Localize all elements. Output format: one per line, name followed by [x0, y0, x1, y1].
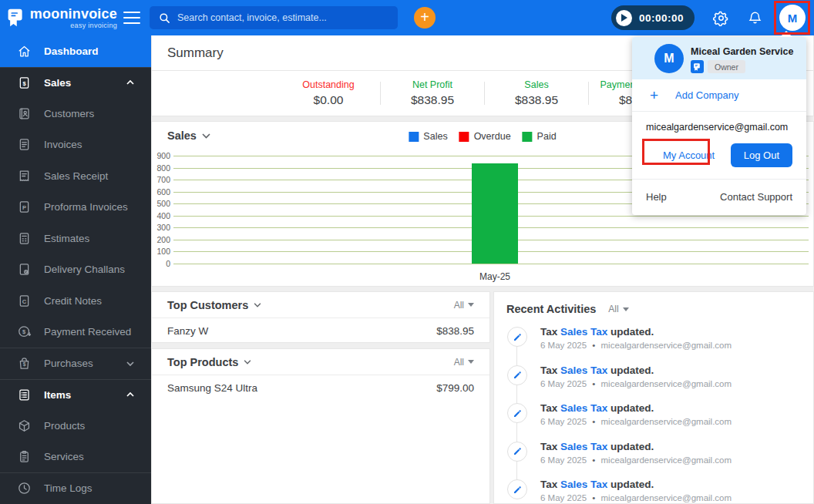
activity-item: Tax Sales Tax updated.6 May 2025 • micea…: [506, 475, 806, 504]
global-search[interactable]: [150, 6, 398, 29]
sidebar-item-credit-notes[interactable]: CCredit Notes: [0, 285, 151, 317]
activity-link[interactable]: Sales Tax: [560, 479, 607, 490]
sidebar-item-delivery-challans[interactable]: Delivery Challans: [0, 254, 151, 286]
top-products-filter-dropdown[interactable]: All: [454, 357, 474, 368]
credit-note-icon: C: [17, 294, 32, 308]
legend-swatch: [459, 132, 469, 142]
home-icon: [17, 44, 32, 59]
sidebar-item-estimates[interactable]: Estimates: [0, 223, 151, 254]
chevron-down-icon[interactable]: [254, 303, 261, 307]
help-link[interactable]: Help: [646, 191, 667, 203]
legend-swatch: [409, 132, 419, 142]
top-product-row[interactable]: Samsung S24 Ultra $799.00: [152, 375, 489, 400]
activity-meta: 6 May 2025 • micealgardenservice@gmail.c…: [540, 493, 806, 502]
sidebar-item-customers[interactable]: Customers: [0, 98, 151, 129]
activities-filter-dropdown[interactable]: All: [608, 304, 628, 314]
y-tick-label: 100: [152, 247, 170, 256]
app-logo[interactable]: mooninvoice easy invoicing: [0, 5, 117, 30]
customer-name: Fanzy W: [167, 325, 208, 337]
settings-gear-icon[interactable]: [713, 10, 729, 26]
purchases-icon: $: [17, 356, 32, 371]
caret-down-icon: [468, 360, 474, 364]
sidebar-item-proforma-invoices[interactable]: PProforma Invoices: [0, 192, 151, 223]
sidebar-item-sales-receipt[interactable]: Sales Receipt: [0, 160, 151, 192]
customers-icon: [17, 106, 32, 121]
sidebar-item-label: Proforma Invoices: [44, 201, 128, 213]
receipt-icon: [17, 169, 32, 183]
activity-link[interactable]: Sales Tax: [560, 326, 607, 338]
services-icon: [17, 449, 32, 464]
top-customers-card: Top Customers All Fanzy W $838.95: [151, 291, 490, 343]
top-customer-row[interactable]: Fanzy W $838.95: [152, 318, 489, 343]
sidebar-item-products[interactable]: Products: [0, 410, 151, 442]
notifications-bell-icon[interactable]: [748, 10, 762, 25]
sidebar-item-label: Items: [44, 389, 71, 401]
customer-amount: $838.95: [436, 325, 474, 337]
chevron-down-icon[interactable]: [244, 360, 251, 365]
sidebar-item-time-logs[interactable]: Time Logs: [0, 472, 151, 504]
stat-label: Sales: [485, 79, 588, 90]
contact-support-link[interactable]: Contact Support: [720, 191, 792, 203]
sidebar-item-label: Time Logs: [44, 482, 92, 494]
y-tick-label: 600: [152, 188, 170, 197]
sidebar-item-payment-received[interactable]: $Payment Received: [0, 317, 151, 348]
sidebar-item-label: Dashboard: [44, 45, 99, 57]
sidebar-item-label: Payment Received: [44, 326, 131, 338]
clock-icon: [17, 481, 32, 496]
page-title: Summary: [167, 45, 224, 61]
sidebar-item-items[interactable]: Items: [0, 379, 151, 411]
sidebar-item-dashboard[interactable]: Dashboard: [0, 35, 151, 67]
proforma-icon: P: [17, 200, 32, 214]
plus-icon: +: [650, 88, 658, 102]
x-tick-label: May-25: [472, 271, 518, 282]
hamburger-menu-icon[interactable]: [123, 12, 140, 24]
svg-text:$: $: [22, 328, 26, 335]
invoice-icon: [17, 137, 32, 152]
log-out-button[interactable]: Log Out: [731, 143, 792, 167]
chevron-up-icon: [126, 392, 134, 398]
y-tick-label: 300: [152, 223, 170, 232]
stat-sales: Sales$838.95: [485, 79, 588, 107]
my-account-button[interactable]: My Account: [663, 150, 715, 161]
sidebar-item-label: Services: [44, 451, 84, 462]
top-products-title: Top Products: [167, 356, 251, 368]
sidebar-item-label: Customers: [44, 108, 94, 119]
logo-title: mooninvoice: [30, 7, 117, 21]
sidebar-item-purchases[interactable]: $Purchases: [0, 348, 151, 379]
activity-title: Tax Sales Tax updated.: [540, 323, 806, 338]
top-customers-filter-dropdown[interactable]: All: [454, 300, 474, 311]
add-company-button[interactable]: + Add Company: [632, 79, 806, 112]
sidebar-item-services[interactable]: Services: [0, 442, 151, 473]
account-email: micealgardenservice@gmail.com: [646, 122, 792, 133]
play-icon[interactable]: [616, 10, 632, 26]
activity-link[interactable]: Sales Tax: [560, 441, 607, 452]
edit-activity-icon: [507, 327, 527, 347]
y-tick-label: 200: [152, 236, 170, 244]
search-input[interactable]: [177, 12, 398, 23]
user-avatar[interactable]: M: [779, 5, 806, 31]
activity-item: Tax Sales Tax updated.6 May 2025 • micea…: [506, 361, 806, 400]
edit-activity-icon: [507, 479, 527, 499]
stat-outstanding: Outstanding$0.00: [277, 79, 380, 107]
stat-value: $838.95: [485, 93, 588, 107]
recent-activities-card: Recent Activities All Tax Sales Tax upda…: [493, 291, 814, 504]
bar-paid-May-25[interactable]: [472, 163, 518, 264]
activity-link[interactable]: Sales Tax: [560, 402, 607, 414]
timer-widget[interactable]: 00:00:00: [611, 5, 695, 30]
chevron-up-icon: [126, 80, 134, 86]
gridline: [173, 264, 809, 264]
svg-text:P: P: [22, 204, 26, 211]
sidebar-item-sales[interactable]: $Sales: [0, 67, 151, 99]
y-tick-label: 800: [152, 164, 170, 173]
mooninvoice-logo-icon: [6, 5, 26, 30]
chevron-down-icon[interactable]: [202, 133, 210, 139]
challan-icon: [17, 262, 32, 277]
chart-title: Sales: [167, 129, 197, 142]
edit-activity-icon: [507, 442, 527, 462]
stat-value: $838.95: [381, 93, 484, 107]
y-tick-label: 700: [152, 176, 170, 184]
activity-item: Tax Sales Tax updated.6 May 2025 • micea…: [506, 399, 806, 438]
quick-add-button[interactable]: +: [414, 7, 436, 29]
activity-link[interactable]: Sales Tax: [560, 365, 607, 376]
sidebar-item-invoices[interactable]: Invoices: [0, 129, 151, 161]
